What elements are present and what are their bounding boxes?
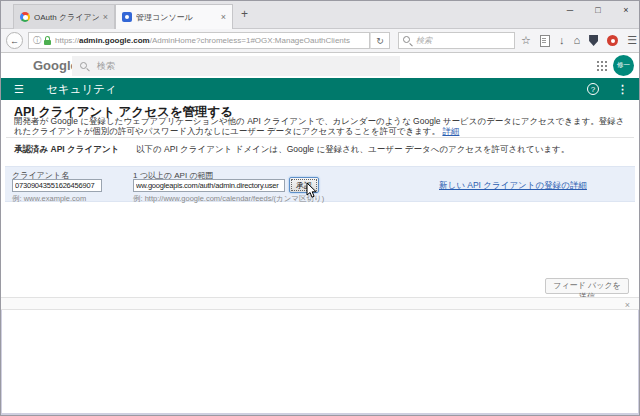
- clipboard-icon[interactable]: [540, 35, 550, 47]
- security-app-bar: ☰ セキュリティ ? ⋮: [0, 78, 640, 100]
- client-name-input[interactable]: [12, 179, 102, 192]
- avatar[interactable]: 修一: [613, 55, 634, 76]
- url-scheme: https://: [55, 36, 79, 45]
- home-icon[interactable]: ⌂: [573, 35, 580, 46]
- search-icon: [403, 36, 412, 45]
- google-favicon-icon: [20, 12, 30, 22]
- toolbar-icons: ☆ ↓ ⌂ ☰: [518, 29, 640, 52]
- help-icon[interactable]: ?: [587, 83, 599, 95]
- hamburger-menu-icon[interactable]: ☰: [14, 83, 24, 96]
- tab-title: 管理コンソール: [136, 12, 217, 23]
- site-info-icon[interactable]: ⓘ: [33, 35, 41, 46]
- apps-grid-icon[interactable]: [597, 61, 607, 71]
- search-placeholder: 検索: [416, 35, 432, 46]
- tab-close-icon[interactable]: ×: [221, 12, 226, 22]
- section-description: 以下の API クライアント ドメインは、Google に登録され、ユーザー デ…: [136, 144, 630, 156]
- reload-button[interactable]: ↻: [370, 32, 390, 49]
- window-controls: ─ □ ×: [556, 0, 640, 20]
- menu-icon[interactable]: ☰: [627, 35, 637, 46]
- download-icon[interactable]: ↓: [559, 35, 565, 46]
- tab-close-icon[interactable]: ×: [103, 12, 108, 22]
- authorized-clients-section: 承認済み API クライアント 以下の API クライアント ドメインは、Goo…: [14, 144, 630, 156]
- bottom-notification-strip: ×: [0, 297, 640, 310]
- tab-title: OAuth クライアント - Passwo...: [34, 12, 99, 23]
- url-bar[interactable]: ⓘ https://admin.google.com/AdminHome?chr…: [28, 32, 370, 49]
- main-content: API クライアント アクセスを管理する 開発者が Google に登録したウェ…: [0, 100, 640, 297]
- close-window-button[interactable]: ×: [612, 0, 640, 20]
- shield-extension-icon[interactable]: [589, 35, 598, 46]
- page-description: 開発者が Google に登録したウェブアプリケーションや他の API クライア…: [14, 116, 626, 136]
- send-feedback-button[interactable]: フィード バックを送信: [545, 278, 629, 294]
- url-domain: admin.google.com: [79, 36, 150, 45]
- bottom-empty-panel: [0, 310, 640, 416]
- learn-more-link[interactable]: 詳細: [442, 126, 459, 136]
- section-label: 承認済み API クライアント: [14, 144, 136, 156]
- mouse-cursor-icon: [306, 183, 318, 199]
- url-path: /AdminHome?chromeless=1#OGX:ManageOauthC…: [150, 36, 350, 45]
- tab-oauth-client[interactable]: OAuth クライアント - Passwo... ×: [13, 4, 115, 29]
- admin-console-favicon-icon: [122, 12, 132, 22]
- overflow-menu-icon[interactable]: ⋮: [617, 83, 628, 96]
- client-name-example: 例: www.example.com: [12, 194, 86, 204]
- google-header: Google 検索 修一: [0, 53, 640, 78]
- minimize-button[interactable]: ─: [556, 0, 584, 20]
- browser-search-field[interactable]: 検索: [398, 32, 515, 49]
- new-tab-button[interactable]: +: [241, 7, 248, 21]
- browser-tab-bar: OAuth クライアント - Passwo... × 管理コンソール × + ─…: [0, 0, 640, 29]
- red-extension-icon[interactable]: [607, 35, 618, 46]
- bookmark-star-icon[interactable]: ☆: [521, 35, 531, 46]
- url-text: https://admin.google.com/AdminHome?chrom…: [55, 36, 350, 45]
- browser-nav-bar: ← ⓘ https://admin.google.com/AdminHome?c…: [0, 29, 640, 53]
- maximize-button[interactable]: □: [584, 0, 612, 20]
- tab-admin-console[interactable]: 管理コンソール ×: [115, 4, 233, 29]
- secure-lock-icon: [44, 36, 51, 45]
- search-icon: [80, 62, 89, 71]
- page-section-title: セキュリティ: [46, 82, 117, 97]
- admin-search-field[interactable]: 検索: [72, 56, 400, 76]
- api-scope-example: 例: http://www.google.com/calendar/feeds/…: [133, 194, 324, 204]
- divider: [6, 137, 634, 138]
- new-api-client-link[interactable]: 新しい API クライアントの登録の詳細: [439, 180, 587, 192]
- admin-search-placeholder: 検索: [97, 60, 115, 73]
- api-scope-input[interactable]: [133, 179, 285, 192]
- description-text: 開発者が Google に登録したウェブアプリケーションや他の API クライア…: [14, 116, 625, 136]
- client-entry-row: クライアント名 例: www.example.com 1 つ以上の API の範…: [5, 166, 635, 202]
- back-button[interactable]: ←: [6, 32, 23, 49]
